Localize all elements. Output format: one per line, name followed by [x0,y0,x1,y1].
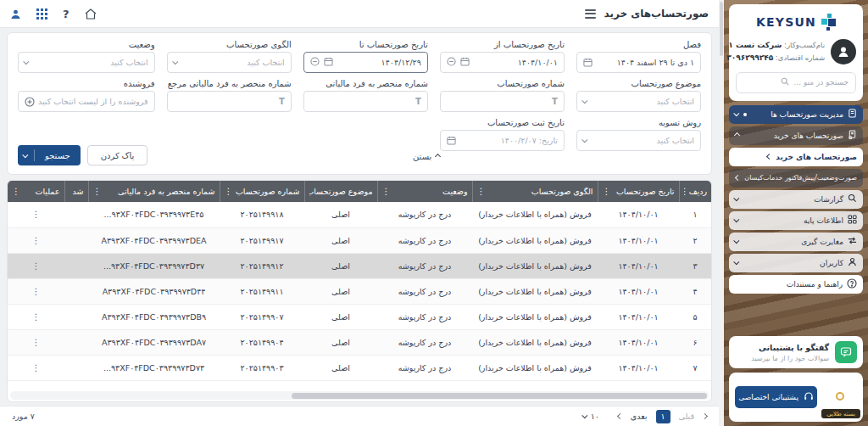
clear-date-icon[interactable] [447,57,456,68]
search-options-caret[interactable] [18,154,34,158]
col-pattern[interactable]: الگوی صورتحساب [472,181,598,202]
sidebar-item-reports[interactable]: گزارشات [729,190,863,209]
column-menu-icon[interactable] [684,188,689,196]
filter-tax-id-label: شماره منحصر به فرد مالیاتی [303,79,428,88]
sidebar-item-purchase-invoices[interactable]: صورتحساب های خرید [729,126,863,145]
filter-invoice-no: شماره صورتحساب T [440,79,565,112]
filter-reg-date-label: تاریخ ثبت صورتحساب [440,118,565,127]
invoice-no-input[interactable]: T [440,91,565,112]
total-count: ۷ مورد [12,412,35,421]
gold-package-badge: بسته طلایی [823,378,857,416]
medal-icon [832,388,849,405]
subject-select[interactable]: انتخاب کنید [576,91,701,112]
column-menu-icon[interactable] [12,188,20,196]
column-menu-icon[interactable] [603,188,611,196]
column-menu-icon[interactable] [93,188,102,196]
tax-id-input[interactable]: T [303,91,428,112]
vertical-scrollbar-thumb[interactable] [720,2,723,56]
gold-package-label: بسته طلایی [821,409,860,418]
row-actions-icon[interactable] [32,210,41,219]
sidebar-item-invoice-management[interactable]: مدیریت صورتحساب ها [729,105,863,124]
question-circle-icon [847,278,857,290]
sidebar-item-reconciliation[interactable]: مغایرت گیری [729,233,863,251]
col-invoice-no[interactable]: شماره صورتحساب [220,181,304,202]
text-filter-icon: T [552,97,558,106]
table-row[interactable]: ۵۱۴۰۴/۱۰/۰۱فروش (همراه با اطلاعات خریدار… [8,304,711,329]
column-menu-icon[interactable] [477,188,486,196]
row-actions-icon[interactable] [32,363,41,373]
tax-id-ref-input[interactable]: T [167,91,292,112]
table-row[interactable]: ۴۱۴۰۴/۱۰/۰۱فروش (همراه با اطلاعات خریدار… [8,278,711,304]
filter-settle-label: روش تسویه [576,118,701,127]
first-page-icon[interactable] [702,413,708,419]
current-page-button[interactable]: ۱ [656,410,670,423]
status-value: انتخاب کنید [110,58,147,67]
rows-per-page-select[interactable]: ۱۰ [583,412,599,421]
grid-icon [848,215,857,226]
table-row-selected[interactable]: ۳۱۴۰۴/۱۰/۰۱فروش (همراه با اطلاعات خریدار… [8,253,711,278]
search-button[interactable]: جستجو [18,145,81,165]
date-to-picker[interactable]: ۱۴۰۴/۱۲/۲۹ [303,52,428,73]
chevron-left-icon [735,175,741,181]
reg-date-picker[interactable]: تاریخ: ۱۴۰۰/۲/۰۷ [440,130,565,151]
dedicated-support-button[interactable]: پشتیبانی اختصاصی [735,386,817,408]
journal-icon [848,109,857,120]
last-page-icon[interactable] [617,413,623,419]
collapse-filters-link[interactable]: بستن [413,152,440,161]
calendar-icon [447,136,456,145]
support-chat-card[interactable]: گفتگو با پشتیبانی سوالات خود را از ما بپ… [729,336,863,368]
sidebar-item-help-docs[interactable]: راهنما و مستندات [729,275,863,294]
filter-actions: پاک کردن جستجو [18,145,147,165]
sidebar-item-basic-info[interactable]: اطلاعات پایه [729,211,863,230]
row-actions-icon[interactable] [32,261,41,271]
text-filter-icon: T [415,97,421,106]
seller-picker[interactable]: فروشنده را از لیست انتخاب کنید [18,91,155,112]
calendar-icon [460,57,470,68]
seller-placeholder: فروشنده را از لیست انتخاب کنید [38,97,148,106]
column-menu-icon[interactable] [382,188,391,196]
table-row[interactable]: ۲۱۴۰۴/۱۰/۰۱فروش (همراه با اطلاعات خریدار… [8,227,711,253]
table-row[interactable]: ۶۱۴۰۴/۱۰/۰۱فروش (همراه با اطلاعات خریدار… [8,329,711,355]
chevron-left-icon [766,154,772,160]
apps-grid-icon[interactable] [36,8,47,20]
sidebar-subitem-purchase-invoices-active[interactable]: صورتحساب های خرید [729,148,863,166]
business-name: شرکت تست ۱ [728,41,782,49]
prev-page-button[interactable]: قبلی [679,412,694,421]
row-actions-icon[interactable] [32,312,41,322]
rows-per-page-value: ۱۰ [591,412,599,421]
row-actions-icon[interactable] [32,287,41,296]
sidebar-item-users[interactable]: کاربران [729,254,863,272]
user-icon[interactable] [10,8,21,20]
next-page-button[interactable]: بعدی [631,412,648,421]
row-actions-icon[interactable] [32,236,41,245]
sidebar-subitem-statement-proforma[interactable]: صورت‌وضعیت/پیش‌فاکتور خدمات‌کیسان [729,169,863,188]
table-row[interactable]: ۷۱۴۰۴/۱۰/۰۱فروش (همراه با اطلاعات خریدار… [8,355,711,380]
clear-date-icon[interactable] [310,57,320,68]
col-tax-id[interactable]: شماره منحصر به فرد مالیاتی [88,181,220,202]
settle-select[interactable]: انتخاب کنید [576,130,701,151]
horizontal-scrollbar-thumb[interactable] [292,393,707,399]
home-icon[interactable] [85,8,97,20]
col-radif[interactable]: ردیف [679,181,711,202]
filter-date-to-label: تاریخ صورتحساب تا [303,40,428,49]
status-select[interactable]: انتخاب کنید [18,52,155,73]
table-row[interactable]: ۱۱۴۰۴/۱۰/۰۱فروش (همراه با اطلاعات خریدار… [8,202,711,227]
pattern-select[interactable]: انتخاب کنید [167,52,292,73]
col-status[interactable]: وضعیت [377,181,472,202]
season-picker[interactable]: ۱ دی تا ۲۹ اسفند ۱۴۰۴ [576,52,701,73]
col-actions[interactable]: عملیات [8,181,64,202]
help-icon[interactable]: ? [63,8,70,20]
col-date[interactable]: تاریخ صورتحساب [598,181,679,202]
user-info: نام‌کسب‌وکار: شرکت تست ۱ شماره اقتصادی: … [736,39,856,65]
menu-fold-icon[interactable] [585,9,596,19]
date-from-picker[interactable]: ۱۴۰۴/۱۰/۰۱ [440,52,565,73]
col-truncated[interactable]: شد [64,181,88,202]
filter-reg-date: تاریخ ثبت صورتحساب تاریخ: ۱۴۰۰/۲/۰۷ [440,118,565,151]
column-menu-icon[interactable] [225,188,233,196]
menu-search-input[interactable]: جستجو در منو ... [736,72,856,93]
col-subject[interactable]: موضوع صورتحساب [304,181,377,202]
clear-button[interactable]: پاک کردن [87,145,148,165]
row-actions-icon[interactable] [32,338,41,347]
add-circle-icon[interactable] [25,97,35,107]
support-chat-subtitle: سوالات خود را از ما بپرسید [751,355,829,362]
